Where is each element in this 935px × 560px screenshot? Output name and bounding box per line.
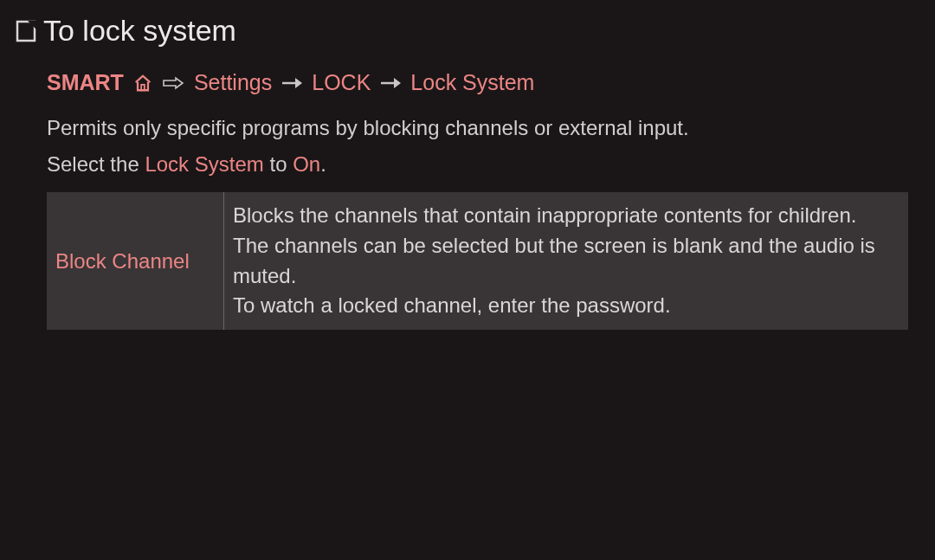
instruction-mid: to (264, 152, 293, 176)
breadcrumb-settings: Settings (194, 70, 272, 95)
option-table: Block Channel Blocks the channels that c… (47, 192, 908, 330)
home-icon (133, 74, 152, 93)
table-desc-cell: Blocks the channels that contain inappro… (224, 192, 908, 330)
instruction-prefix: Select the (47, 152, 145, 176)
page-title: To lock system (43, 14, 236, 48)
option-label: Block Channel (55, 249, 190, 274)
svg-marker-1 (28, 21, 36, 29)
arrow-right-icon (280, 77, 304, 89)
content-area: SMART Settings LOCK (0, 70, 935, 330)
instruction-text: Select the Lock System to On. (47, 152, 919, 177)
arrow-hollow-icon (160, 76, 186, 90)
description-text: Permits only specific programs by blocki… (47, 113, 919, 144)
breadcrumb: SMART Settings LOCK (47, 70, 919, 95)
svg-marker-4 (295, 78, 302, 88)
svg-marker-6 (394, 78, 401, 88)
breadcrumb-smart: SMART (47, 70, 124, 95)
option-desc-line1: Blocks the channels that contain inappro… (233, 201, 896, 291)
instruction-highlight-1: Lock System (145, 152, 263, 176)
document-icon (16, 19, 36, 43)
breadcrumb-lock: LOCK (312, 70, 371, 95)
title-row: To lock system (0, 14, 935, 48)
arrow-right-icon (378, 77, 403, 89)
table-label-cell: Block Channel (47, 192, 224, 330)
breadcrumb-lock-system: Lock System (410, 70, 534, 95)
option-desc-line2: To watch a locked channel, enter the pas… (233, 291, 896, 321)
instruction-suffix: . (320, 152, 326, 176)
instruction-highlight-2: On (293, 152, 320, 176)
help-page: To lock system SMART Settings (0, 0, 935, 330)
